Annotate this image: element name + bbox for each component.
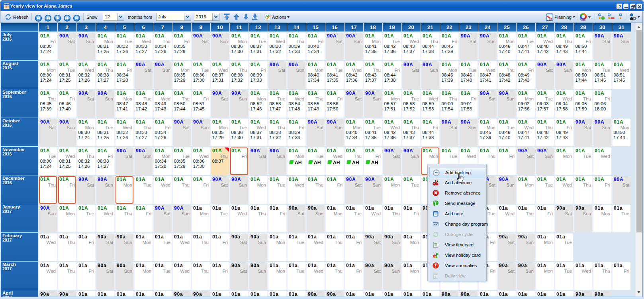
svg-text:1: 1 [435,275,437,279]
svg-text:?: ? [618,4,621,9]
